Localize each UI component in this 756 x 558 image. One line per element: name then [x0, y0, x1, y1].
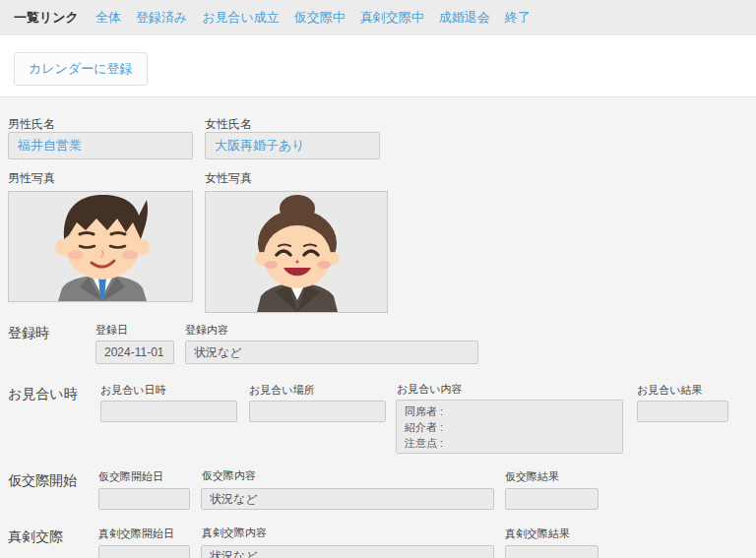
serious-content-input[interactable]	[201, 545, 494, 558]
omiai-content-label: お見合い内容	[397, 382, 463, 397]
registration-date-input[interactable]	[95, 341, 174, 364]
nav-link-ended[interactable]: 終了	[505, 9, 531, 27]
female-name-value: 大阪再婚子あり	[215, 138, 305, 153]
omiai-datetime-input[interactable]	[100, 401, 237, 422]
provisional-content-input[interactable]	[201, 488, 494, 510]
calendar-register-button[interactable]: カレンダーに登録	[14, 52, 148, 86]
nav-link-all[interactable]: 全体	[95, 9, 121, 27]
toolbar: カレンダーに登録	[0, 35, 756, 96]
record-form: 男性氏名 福井自営業 女性氏名 大阪再婚子あり 男性写真	[0, 96, 756, 558]
male-name-value: 福井自営業	[18, 138, 82, 153]
serious-start-label: 真剣交際開始日	[98, 527, 174, 541]
provisional-result-label: 仮交際結果	[505, 469, 559, 484]
serious-result-input[interactable]	[505, 545, 598, 558]
female-photo-illustration	[206, 192, 387, 312]
male-name-link[interactable]: 福井自営業	[8, 132, 193, 159]
male-photo-illustration	[9, 192, 192, 301]
nav-title: 一覧リンク	[14, 9, 79, 27]
serious-section-label: 真剣交際	[8, 528, 63, 546]
provisional-start-label: 仮交際開始日	[98, 469, 163, 484]
provisional-content-label: 仮交際内容	[202, 468, 256, 483]
female-photo-label: 女性写真	[205, 170, 252, 187]
registration-content-label: 登録内容	[185, 323, 228, 338]
nav-link-married-withdrawn[interactable]: 成婚退会	[439, 9, 490, 27]
registration-content-input[interactable]	[185, 341, 478, 364]
page: 一覧リンク 全体 登録済み お見合い成立 仮交際中 真剣交際中 成婚退会 終了 …	[0, 0, 756, 558]
female-name-link[interactable]: 大阪再婚子あり	[205, 132, 380, 159]
female-name-label: 女性氏名	[205, 116, 252, 133]
nav-link-omiai-arranged[interactable]: お見合い成立	[202, 9, 280, 27]
male-photo-label: 男性写真	[8, 170, 55, 187]
omiai-result-label: お見合い結果	[637, 383, 703, 398]
serious-start-input[interactable]	[98, 545, 190, 558]
provisional-result-input[interactable]	[505, 488, 598, 510]
nav-link-provisional-dating[interactable]: 仮交際中	[294, 9, 346, 27]
male-photo	[8, 191, 193, 302]
registration-section-label: 登録時	[8, 325, 49, 342]
provisional-start-input[interactable]	[98, 488, 190, 510]
provisional-section-label: 仮交際開始	[8, 472, 77, 490]
top-navbar: 一覧リンク 全体 登録済み お見合い成立 仮交際中 真剣交際中 成婚退会 終了	[0, 0, 756, 35]
male-name-label: 男性氏名	[8, 116, 55, 133]
omiai-place-input[interactable]	[249, 401, 386, 422]
female-photo	[205, 191, 388, 313]
nav-link-registered[interactable]: 登録済み	[136, 9, 187, 27]
omiai-section-label: お見合い時	[8, 386, 78, 403]
registration-date-label: 登録日	[95, 323, 128, 338]
omiai-result-input[interactable]	[637, 401, 728, 422]
serious-result-label: 真剣交際結果	[505, 527, 570, 541]
serious-content-label: 真剣交際内容	[202, 526, 267, 540]
omiai-datetime-label: お見合い日時	[100, 383, 166, 398]
nav-link-serious-dating[interactable]: 真剣交際中	[360, 9, 424, 27]
omiai-content-textarea[interactable]: 同席者 : 紹介者 : 注意点 :	[396, 400, 623, 454]
omiai-place-label: お見合い場所	[249, 383, 315, 398]
